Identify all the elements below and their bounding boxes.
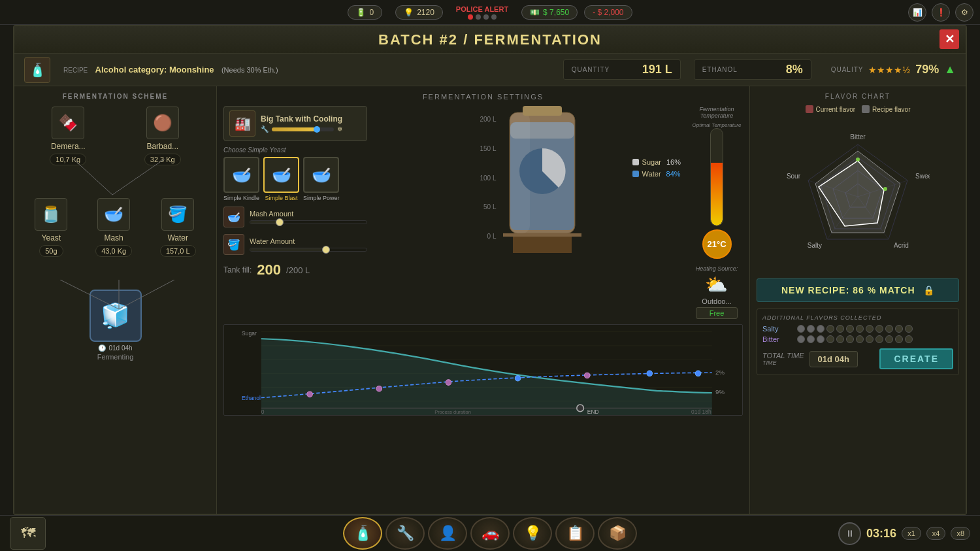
nav-vehicle-btn[interactable]: 🚗 xyxy=(470,517,510,550)
chart-svg: Sugar Ethanol 9% 2% 0 END 01d 18h Proces… xyxy=(224,325,742,415)
speed-x4-btn[interactable]: x4 xyxy=(926,527,946,540)
svg-text:0: 0 xyxy=(261,409,265,415)
content-area: FERMENTATION SCHEME 🍫 Demera... 10,7 Kg … xyxy=(14,86,966,514)
speed-x1-btn[interactable]: x1 xyxy=(902,527,921,540)
recipe-text: RECIPE Alcohol category: Moonshine (Need… xyxy=(63,65,278,75)
tank-legend: Sugar 16% Water 84% xyxy=(632,158,681,178)
top-bar: 🔋 0 💡 2120 POLICE ALERT 💵 $ 7,650 - $ 2,… xyxy=(0,0,980,25)
yeast-blast-img: 🥣 xyxy=(263,157,299,193)
nav-workshop-btn[interactable]: 🔧 xyxy=(385,517,425,550)
heating-label: Heating Source: xyxy=(696,265,738,272)
money-value: $ 7,650 xyxy=(543,8,569,17)
scheme-connectors-2 xyxy=(21,280,210,312)
pause-button[interactable]: ⏸ xyxy=(838,522,861,545)
yeast-option-blast[interactable]: 🥣 Simple Blast xyxy=(263,157,299,201)
svg-line-0 xyxy=(73,159,112,195)
nav-fermentation-btn[interactable]: 🧴 xyxy=(343,517,382,550)
nav-inventory-btn[interactable]: 📦 xyxy=(598,517,637,550)
create-button[interactable]: CREATE xyxy=(879,348,953,369)
bitter-dot-9 xyxy=(875,335,883,343)
mash-slider[interactable] xyxy=(250,220,367,224)
mash-slider-fill xyxy=(250,221,280,224)
police-alert-label: POLICE ALERT xyxy=(456,5,508,13)
tank-slider-row: 🔧 ❄ xyxy=(261,125,342,133)
total-label: TOTAL TIME xyxy=(762,352,804,359)
settings-title: FERMENTATION SETTINGS xyxy=(223,93,743,101)
svg-text:2%: 2% xyxy=(715,369,725,376)
total-time-labels: TOTAL TIME TIME xyxy=(762,352,804,366)
water-slider[interactable] xyxy=(250,248,367,252)
nav-right-section: ⏸ 03:16 x1 x4 x8 xyxy=(838,522,970,545)
game-time-display: 03:16 xyxy=(866,527,896,541)
svg-point-25 xyxy=(695,371,700,376)
yeast-option-power[interactable]: 🥣 Simple Power xyxy=(303,157,340,201)
sugar-label: Sugar xyxy=(642,158,661,166)
stats-icon-btn[interactable]: 📊 xyxy=(908,3,926,22)
money-balance: 💵 $ 7,650 xyxy=(521,5,578,20)
salty-dot-2 xyxy=(807,325,815,333)
window-title-bar: Batch #2 / FERMENTATION ✕ xyxy=(14,26,966,54)
police-dot-3 xyxy=(483,14,489,20)
nav-journal-btn[interactable]: 📋 xyxy=(555,517,595,550)
recipe-bar: 🧴 RECIPE Alcohol category: Moonshine (Ne… xyxy=(14,54,966,86)
police-dot-4 xyxy=(491,14,497,20)
bitter-dot-7 xyxy=(856,335,864,343)
salty-dot-6 xyxy=(846,325,854,333)
close-button[interactable]: ✕ xyxy=(939,29,959,49)
svg-point-19 xyxy=(307,392,312,397)
barbados-name: Barbad... xyxy=(146,142,178,151)
money-change: - $ 2,000 xyxy=(584,5,632,20)
quantity-value: 191 L xyxy=(642,63,672,76)
tank-selector[interactable]: 🏭 Big Tank with Cooling 🔧 ❄ xyxy=(223,106,367,141)
tank-quality-slider[interactable] xyxy=(272,127,334,131)
demerara-name: Demera... xyxy=(51,142,86,151)
flavor-chart-panel: FLAVOR CHART Current flavor Recipe flavo… xyxy=(750,86,966,514)
battery-pill: 🔋 0 xyxy=(348,5,382,20)
salty-dot-12 xyxy=(905,325,913,333)
nav-research-btn[interactable]: 💡 xyxy=(513,517,552,550)
additional-flavors-title: ADDITIONAL FLAVORS COLLECTED xyxy=(762,314,953,321)
salty-dot-7 xyxy=(856,325,864,333)
nav-center-section: 🧴 🔧 👤 🚗 💡 📋 📦 xyxy=(343,517,637,550)
match-text: NEW RECIPE: 86 % MATCH xyxy=(781,285,915,295)
additional-flavors-section: ADDITIONAL FLAVORS COLLECTED Salty xyxy=(757,309,959,375)
sugar-legend-dot xyxy=(632,159,639,165)
map-nav-icon[interactable]: 🗺 xyxy=(10,517,46,550)
svg-text:Acrid: Acrid xyxy=(894,242,909,249)
mash-icon: 🥣 xyxy=(97,198,130,231)
bitter-label: Bitter xyxy=(762,335,792,343)
svg-point-52 xyxy=(856,158,860,161)
bitter-dot-8 xyxy=(866,335,874,343)
svg-point-20 xyxy=(376,386,382,391)
mash-slider-area: Mash Amount xyxy=(250,210,367,224)
tank-time-value: 01d 04h xyxy=(108,344,132,352)
nav-person-btn[interactable]: 👤 xyxy=(428,517,467,550)
scheme-connectors xyxy=(21,159,210,198)
tank-section: 🏭 Big Tank with Cooling 🔧 ❄ xyxy=(223,106,743,319)
water-amount-control: 🪣 Water Amount xyxy=(223,234,367,255)
demerara-icon: 🍫 xyxy=(52,107,84,139)
current-flavor-color xyxy=(806,105,813,113)
recipe-icon: 🧴 xyxy=(24,57,50,83)
bitter-dot-10 xyxy=(885,335,893,343)
recipe-requirement: (Needs 30% Eth.) xyxy=(221,66,278,74)
svg-text:Salty: Salty xyxy=(808,242,822,249)
total-time-row: TOTAL TIME TIME 01d 04h CREATE xyxy=(762,348,953,369)
yeast-section: Choose Simple Yeast 🥣 Simple Kindle 🥣 Si… xyxy=(223,146,367,201)
quality-box: QUALITY ★★★★½ 79% ▲ xyxy=(831,63,956,76)
recipe-flavor-color xyxy=(862,105,870,113)
yeast-blast-label: Simple Blast xyxy=(265,195,298,201)
alert-icon-btn[interactable]: ❗ xyxy=(932,3,950,22)
salty-dot-9 xyxy=(875,325,883,333)
tank-selector-info: Big Tank with Cooling 🔧 ❄ xyxy=(261,114,342,133)
water-slider-fill xyxy=(250,248,326,251)
speed-x8-btn[interactable]: x8 xyxy=(951,527,970,540)
bitter-dot-6 xyxy=(846,335,854,343)
bottom-navigation: 🗺 🧴 🔧 👤 🚗 💡 📋 📦 ⏸ 03:16 x1 x4 x8 xyxy=(0,515,980,551)
settings-icon-btn[interactable]: ⚙ xyxy=(955,3,973,22)
tank-time: 🕐 01d 04h xyxy=(98,344,132,352)
tank-fill-row: Tank fill: 200 /200 L xyxy=(223,261,367,278)
thermometer xyxy=(710,128,723,226)
svg-text:Sour: Sour xyxy=(787,173,801,180)
yeast-option-kindle[interactable]: 🥣 Simple Kindle xyxy=(223,157,259,201)
